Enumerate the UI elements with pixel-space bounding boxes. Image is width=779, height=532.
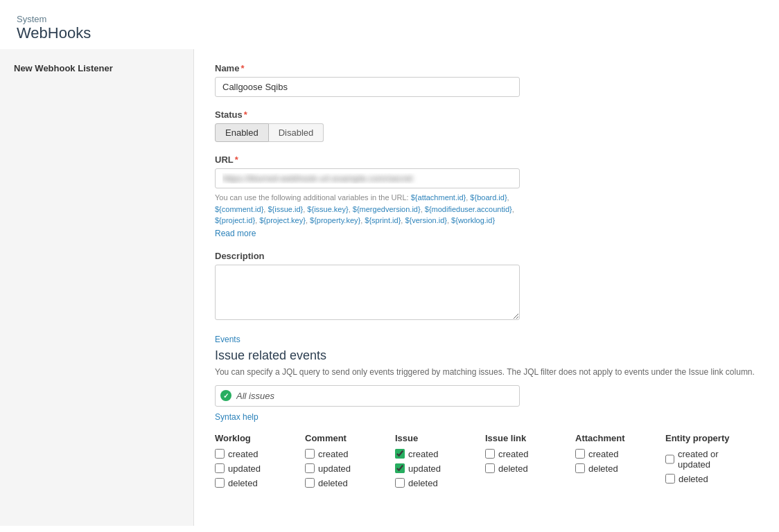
syntax-help-link[interactable]: Syntax help <box>215 412 259 422</box>
description-group: Description <box>215 251 758 322</box>
url-var-projectid: ${project.id} <box>215 216 255 224</box>
status-group: Status* Enabled Disabled <box>215 109 758 142</box>
url-var-board: ${board.id} <box>470 193 507 202</box>
events-section: Events Issue related events You can spec… <box>215 335 758 493</box>
issue-updated-label[interactable]: updated <box>408 463 441 474</box>
issue-created-item: created <box>395 449 471 459</box>
issue-deleted-label[interactable]: deleted <box>408 478 438 488</box>
url-var-version: ${version.id} <box>405 216 447 224</box>
comment-updated-checkbox[interactable] <box>305 463 315 473</box>
worklog-created-checkbox[interactable] <box>215 449 225 459</box>
url-var-issuekey: ${issue.key} <box>307 205 348 213</box>
comment-updated-label[interactable]: updated <box>318 463 351 474</box>
status-button-group: Enabled Disabled <box>215 123 758 142</box>
page-title: WebHooks <box>17 24 762 42</box>
worklog-updated-label[interactable]: updated <box>228 463 261 474</box>
status-required-star: * <box>244 109 247 120</box>
issuelink-deleted-label[interactable]: deleted <box>498 463 528 474</box>
url-var-mergedversion: ${mergedversion.id} <box>353 205 421 213</box>
entityproperty-deleted-checkbox[interactable] <box>665 474 675 484</box>
event-column-attachment: Attachment created deleted <box>575 433 651 493</box>
status-disabled-button[interactable]: Disabled <box>269 123 324 142</box>
entityproperty-deleted-item: deleted <box>665 474 744 484</box>
worklog-created-item: created <box>215 449 291 459</box>
comment-created-item: created <box>305 449 381 459</box>
url-hint: You can use the following additional var… <box>215 192 520 227</box>
issuelink-created-label[interactable]: created <box>498 449 528 459</box>
entityproperty-header: Entity property <box>665 433 744 443</box>
system-label: System <box>17 14 762 24</box>
sidebar: New Webhook Listener <box>0 49 194 526</box>
status-label: Status* <box>215 109 758 120</box>
events-table: Worklog created updated deleted <box>215 433 758 493</box>
event-column-worklog: Worklog created updated deleted <box>215 433 291 493</box>
name-group: Name* <box>215 63 758 97</box>
name-label: Name* <box>215 63 758 73</box>
worklog-deleted-label[interactable]: deleted <box>228 478 258 488</box>
comment-updated-item: updated <box>305 463 381 474</box>
issuelink-deleted-checkbox[interactable] <box>485 463 495 473</box>
name-required-star: * <box>240 63 244 73</box>
worklog-deleted-checkbox[interactable] <box>215 478 225 488</box>
issuelink-deleted-item: deleted <box>485 463 561 474</box>
jql-check-icon: ✓ <box>220 390 231 401</box>
worklog-deleted-item: deleted <box>215 478 291 488</box>
url-var-worklog: ${worklog.id} <box>451 216 495 224</box>
entityproperty-created-label[interactable]: created or updated <box>678 449 744 470</box>
page-header: System WebHooks <box>0 0 779 49</box>
comment-created-label[interactable]: created <box>318 449 348 459</box>
attachment-header: Attachment <box>575 433 651 443</box>
url-label: URL* <box>215 154 758 165</box>
main-layout: New Webhook Listener Name* Status* Enabl… <box>0 49 779 526</box>
attachment-created-checkbox[interactable] <box>575 449 585 459</box>
issuelink-header: Issue link <box>485 433 561 443</box>
read-more-link[interactable]: Read more <box>215 229 256 238</box>
issue-created-label[interactable]: created <box>408 449 438 459</box>
issuelink-created-checkbox[interactable] <box>485 449 495 459</box>
issuelink-created-item: created <box>485 449 561 459</box>
entityproperty-deleted-label[interactable]: deleted <box>679 474 708 484</box>
worklog-created-label[interactable]: created <box>228 449 258 459</box>
url-var-issueid: ${issue.id} <box>268 205 303 213</box>
status-enabled-button[interactable]: Enabled <box>215 123 269 142</box>
url-var-modifieduser: ${modifieduser.accountid} <box>425 205 512 213</box>
events-desc: You can specify a JQL query to send only… <box>215 367 758 377</box>
issue-updated-checkbox[interactable] <box>395 463 405 473</box>
event-column-entityproperty: Entity property created or updated delet… <box>665 433 744 493</box>
events-title: Issue related events <box>215 348 758 363</box>
worklog-updated-checkbox[interactable] <box>215 463 225 473</box>
url-input[interactable] <box>215 168 520 188</box>
attachment-created-item: created <box>575 449 651 459</box>
comment-created-checkbox[interactable] <box>305 449 315 459</box>
url-var-propertykey: ${property.key} <box>310 216 360 224</box>
entityproperty-created-item: created or updated <box>665 449 744 470</box>
event-column-comment: Comment created updated deleted <box>305 433 381 493</box>
sidebar-title: New Webhook Listener <box>14 63 180 73</box>
worklog-header: Worklog <box>215 433 291 443</box>
url-group: URL* You can use the following additiona… <box>215 154 758 238</box>
url-required-star: * <box>235 154 238 165</box>
url-input-wrapper <box>215 168 520 188</box>
issue-created-checkbox[interactable] <box>395 449 405 459</box>
issue-deleted-item: deleted <box>395 478 471 488</box>
url-var-projectkey: ${project.key} <box>259 216 306 224</box>
jql-input[interactable] <box>215 385 520 407</box>
entityproperty-created-checkbox[interactable] <box>665 454 674 464</box>
description-label: Description <box>215 251 758 261</box>
url-var-comment: ${comment.id} <box>215 205 263 213</box>
event-column-issue: Issue created updated deleted <box>395 433 471 493</box>
comment-deleted-item: deleted <box>305 478 381 488</box>
attachment-deleted-checkbox[interactable] <box>575 463 585 473</box>
description-textarea[interactable] <box>215 265 520 320</box>
comment-deleted-label[interactable]: deleted <box>318 478 348 488</box>
issue-updated-item: updated <box>395 463 471 474</box>
url-var-sprint: ${sprint.id} <box>365 216 401 224</box>
comment-deleted-checkbox[interactable] <box>305 478 315 488</box>
url-var-attachment: ${attachment.id} <box>411 193 466 202</box>
comment-header: Comment <box>305 433 381 443</box>
name-input[interactable] <box>215 77 520 97</box>
attachment-deleted-label[interactable]: deleted <box>588 463 618 474</box>
issue-deleted-checkbox[interactable] <box>395 478 405 488</box>
form-area: Name* Status* Enabled Disabled URL* You … <box>194 49 779 526</box>
attachment-created-label[interactable]: created <box>588 449 618 459</box>
